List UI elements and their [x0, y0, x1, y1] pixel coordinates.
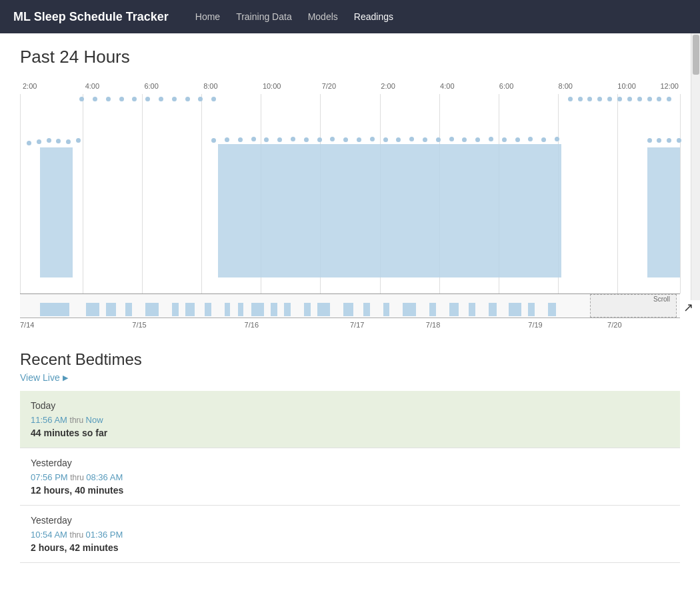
dot	[647, 138, 652, 143]
dot	[597, 97, 602, 101]
axis-label-9: 8:00	[559, 82, 573, 90]
cursor: ↗	[683, 300, 693, 315]
dot	[449, 137, 454, 141]
dot	[555, 137, 559, 141]
dot	[317, 137, 322, 142]
axis-label-5: 7/20	[322, 82, 336, 90]
dot	[66, 139, 71, 144]
app-brand: ML Sleep Schedule Tracker	[13, 10, 169, 24]
duration-today: 44 minutes so far	[31, 428, 669, 438]
dot	[667, 97, 671, 101]
dot	[238, 137, 243, 142]
dot	[515, 137, 520, 142]
navbar: ML Sleep Schedule Tracker Home Training …	[0, 0, 700, 33]
dot	[677, 138, 681, 143]
dot	[383, 137, 388, 142]
end-time-y2: 01:36 PM	[86, 530, 123, 540]
bottom-axis-2: 7/16	[245, 321, 259, 329]
end-time-today: Now	[86, 415, 103, 425]
mini-chart: Scroll	[20, 294, 680, 318]
thru-y2: thru	[70, 530, 86, 540]
dot	[637, 97, 642, 101]
dot	[541, 137, 546, 142]
dot	[185, 97, 190, 101]
dot	[607, 97, 612, 101]
axis-label-11: 12:00	[660, 82, 679, 90]
dot	[330, 137, 335, 141]
end-time-y1: 08:36 AM	[86, 472, 123, 482]
dot	[159, 97, 163, 101]
thru-today: thru	[70, 416, 86, 425]
axis-label-8: 6:00	[499, 82, 513, 90]
dot	[106, 97, 111, 101]
sleep-block-2	[218, 144, 561, 277]
chart-plot	[20, 94, 680, 294]
view-live-link[interactable]: View Live ▶	[20, 372, 68, 383]
dot	[264, 137, 269, 142]
dot	[145, 97, 150, 101]
bottom-axis-3: 7/17	[350, 321, 364, 329]
dot	[211, 138, 216, 143]
dot	[93, 97, 97, 101]
bottom-axis-0: 7/14	[20, 321, 34, 329]
dot	[172, 97, 177, 101]
axis-label-6: 2:00	[381, 82, 395, 90]
dot	[291, 137, 295, 141]
chart-top-axis: 2:00 4:00 6:00 8:00 10:00 7/20 2:00 4:00…	[23, 78, 680, 94]
dot	[27, 141, 31, 145]
sleep-block-3	[647, 147, 681, 277]
axis-label-7: 4:00	[440, 82, 454, 90]
dot	[423, 137, 427, 142]
dot	[357, 137, 361, 142]
dot	[47, 138, 51, 143]
time-range-y1: 07:56 PM thru 08:36 AM	[31, 472, 669, 482]
chart-container: 2:00 4:00 6:00 8:00 10:00 7/20 2:00 4:00…	[20, 78, 680, 337]
start-time-today: 11:56 AM	[31, 415, 67, 425]
nav-menu: Home Training Data Models Readings	[195, 9, 393, 25]
dot	[489, 137, 493, 141]
dot	[277, 137, 282, 142]
dot	[578, 97, 583, 101]
section-title: Recent Bedtimes	[20, 350, 680, 369]
dot	[502, 137, 507, 142]
duration-y2: 2 hours, 42 minutes	[31, 542, 669, 553]
page-title: Past 24 Hours	[20, 47, 680, 67]
bottom-axis-5: 7/19	[528, 321, 542, 329]
dot	[343, 137, 348, 142]
dot	[657, 138, 661, 143]
dot	[568, 97, 573, 101]
bedtime-entry-yesterday-1: Yesterday 07:56 PM thru 08:36 AM 12 hour…	[20, 448, 680, 506]
dot	[119, 97, 124, 101]
time-range-today: 11:56 AM thru Now	[31, 415, 669, 425]
dot	[647, 97, 652, 101]
dot	[396, 137, 401, 142]
dot	[587, 97, 592, 101]
sleep-block-1	[40, 147, 73, 277]
axis-label-0: 2:00	[23, 82, 37, 90]
dot	[657, 97, 661, 101]
thru-y1: thru	[70, 473, 86, 482]
dot	[211, 97, 216, 101]
nav-readings[interactable]: Readings	[354, 9, 393, 25]
bedtime-entry-yesterday-2: Yesterday 10:54 AM thru 01:36 PM 2 hours…	[20, 506, 680, 563]
day-label-y1: Yesterday	[31, 458, 669, 468]
view-live-arrow: ▶	[63, 374, 68, 382]
scroll-label: Scroll	[653, 295, 670, 303]
duration-y1: 12 hours, 40 minutes	[31, 485, 669, 496]
chart-bottom-axis: 7/14 7/15 7/16 7/17 7/18 7/19 7/20	[20, 321, 680, 337]
bottom-axis-1: 7/15	[132, 321, 146, 329]
bottom-axis-6: 7/20	[607, 321, 621, 329]
axis-label-4: 10:00	[263, 82, 281, 90]
dot	[37, 139, 41, 144]
start-time-y2: 10:54 AM	[31, 530, 67, 540]
nav-models[interactable]: Models	[308, 9, 338, 25]
bedtime-entry-today: Today 11:56 AM thru Now 44 minutes so fa…	[20, 391, 680, 448]
nav-home[interactable]: Home	[195, 9, 220, 25]
dot	[462, 137, 467, 142]
dot	[667, 138, 671, 143]
axis-label-2: 6:00	[144, 82, 158, 90]
nav-training-data[interactable]: Training Data	[236, 9, 292, 25]
dot	[475, 137, 480, 142]
axis-label-10: 10:00	[617, 82, 636, 90]
dot	[370, 137, 375, 141]
